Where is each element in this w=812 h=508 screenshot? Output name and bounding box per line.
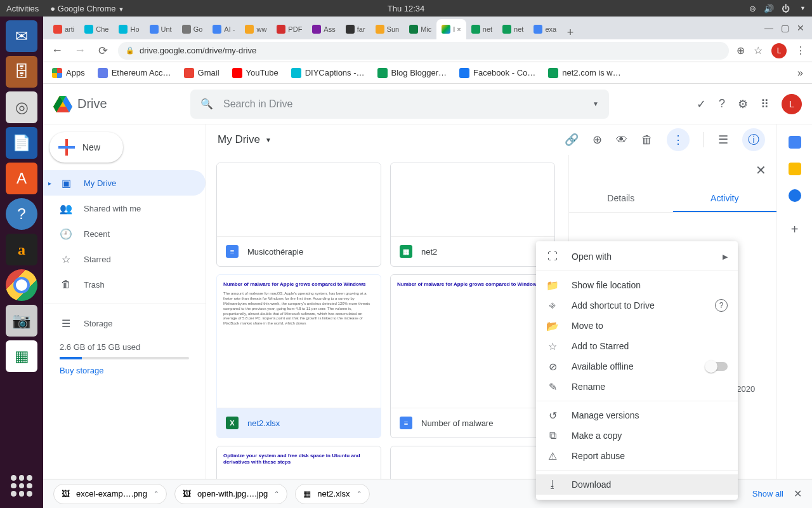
buy-storage-link[interactable]: Buy storage bbox=[60, 366, 189, 375]
activities-button[interactable]: Activities bbox=[6, 4, 39, 13]
context-menu-show-file-location[interactable]: 📁Show file location bbox=[536, 275, 738, 295]
volume-icon[interactable]: 🔊 bbox=[764, 4, 774, 13]
caret-down-icon[interactable]: ▼ bbox=[800, 5, 806, 11]
preview-eye-icon[interactable]: 👁 bbox=[616, 133, 627, 147]
chrome-menu-icon[interactable]: ⋮ bbox=[796, 44, 806, 57]
browser-tab[interactable]: I × bbox=[436, 19, 466, 39]
sidebar-item-storage[interactable]: ☰ Storage bbox=[43, 311, 206, 336]
file-card[interactable]: Number of malware for Apple grows compar… bbox=[216, 274, 381, 438]
google-apps-icon[interactable]: ⠿ bbox=[761, 97, 769, 111]
close-download-shelf-icon[interactable]: ✕ bbox=[794, 488, 802, 500]
drive-logo[interactable]: Drive bbox=[53, 96, 190, 112]
details-tab-details[interactable]: Details bbox=[569, 185, 673, 212]
browser-tab[interactable]: Unt bbox=[145, 19, 177, 39]
sidebar-item-recent[interactable]: 🕘Recent bbox=[43, 221, 206, 246]
share-icon[interactable]: ⊕ bbox=[593, 133, 602, 147]
sidebar-item-starred[interactable]: ☆Starred bbox=[43, 246, 206, 272]
more-actions-button[interactable]: ⋮ bbox=[667, 128, 690, 151]
bookmark-item[interactable]: Facebook - Co… bbox=[459, 68, 535, 78]
offline-toggle[interactable] bbox=[706, 362, 728, 371]
bookmark-item[interactable]: Ethereum Acc… bbox=[98, 68, 171, 78]
context-menu-rename[interactable]: ✎Rename bbox=[536, 377, 738, 397]
browser-tab[interactable]: Go bbox=[177, 19, 208, 39]
browser-tab[interactable]: Ho bbox=[114, 19, 144, 39]
browser-tab[interactable]: Ass bbox=[307, 19, 340, 39]
context-menu-make-a-copy[interactable]: ⧉Make a copy bbox=[536, 425, 738, 446]
browser-tab[interactable]: net bbox=[466, 19, 497, 39]
context-menu-move-to[interactable]: 📂Move to bbox=[536, 316, 738, 336]
bookmark-item[interactable]: YouTube bbox=[232, 68, 278, 78]
show-all-downloads-link[interactable]: Show all bbox=[752, 489, 783, 498]
browser-tab[interactable]: ww bbox=[240, 19, 272, 39]
context-menu-add-shortcut-to-drive[interactable]: ⎆Add shortcut to Drive? bbox=[536, 295, 738, 316]
bookmark-star-icon[interactable]: ☆ bbox=[754, 44, 763, 57]
details-tab-activity[interactable]: Activity bbox=[673, 185, 777, 212]
context-menu-open-with[interactable]: ⛶Open with▶ bbox=[536, 246, 738, 267]
launcher-apps-grid[interactable] bbox=[6, 470, 37, 502]
launcher-chrome[interactable] bbox=[6, 269, 37, 301]
launcher-thunderbird[interactable]: ✉ bbox=[6, 20, 37, 52]
context-menu-available-offline[interactable]: ⊘Available offline bbox=[536, 356, 738, 377]
window-maximize-icon[interactable]: ▢ bbox=[781, 23, 789, 33]
file-card[interactable]: ≡Musicothérapie bbox=[216, 163, 381, 267]
browser-tab[interactable]: Mic bbox=[404, 19, 436, 39]
launcher-amazon[interactable]: a bbox=[6, 234, 37, 265]
add-ons-plus-icon[interactable]: + bbox=[791, 222, 799, 237]
bookmark-item[interactable]: Blog Blogger… bbox=[377, 68, 447, 78]
sidebar-item-my-drive[interactable]: ▸▣My Drive bbox=[43, 170, 206, 196]
bookmarks-overflow-icon[interactable]: » bbox=[797, 67, 803, 79]
file-card[interactable]: ▦net2 bbox=[390, 163, 555, 267]
browser-tab[interactable]: arti bbox=[48, 19, 79, 39]
launcher-calc[interactable]: ▦ bbox=[6, 340, 37, 372]
download-menu-caret-icon[interactable]: ⌃ bbox=[274, 490, 279, 497]
back-button[interactable]: ← bbox=[49, 44, 65, 57]
view-details-icon[interactable]: ⓘ bbox=[742, 128, 765, 151]
browser-tab[interactable]: AI - bbox=[207, 19, 240, 39]
context-menu-manage-versions[interactable]: ↺Manage versions bbox=[536, 405, 738, 425]
support-icon[interactable]: ? bbox=[719, 97, 725, 110]
calendar-icon[interactable] bbox=[789, 136, 801, 149]
download-menu-caret-icon[interactable]: ⌃ bbox=[154, 490, 159, 497]
context-menu-add-to-starred[interactable]: ☆Add to Starred bbox=[536, 336, 738, 356]
profile-avatar[interactable]: L bbox=[771, 43, 787, 58]
app-menu[interactable]: ● Google Chrome▼ bbox=[50, 4, 124, 13]
get-link-icon[interactable]: 🔗 bbox=[565, 133, 579, 147]
sidebar-item-shared-with-me[interactable]: 👥Shared with me bbox=[43, 196, 206, 221]
add-to-icon[interactable]: ⊕ bbox=[737, 44, 745, 57]
download-item[interactable]: 🖼open-with.jpg….jpg⌃ bbox=[174, 484, 287, 504]
download-item[interactable]: 🖼excel-examp….png⌃ bbox=[53, 484, 167, 504]
bookmark-item[interactable]: DIYCaptions -… bbox=[291, 68, 365, 78]
browser-tab[interactable]: Che bbox=[79, 19, 114, 39]
tasks-icon[interactable] bbox=[789, 189, 801, 202]
drive-search-input[interactable]: 🔍 Search in Drive ▼ bbox=[190, 90, 609, 119]
file-card[interactable]: Number of malware for Apple grows compar… bbox=[390, 274, 555, 438]
launcher-help[interactable]: ? bbox=[6, 198, 37, 230]
new-button[interactable]: New bbox=[49, 132, 123, 163]
download-item[interactable]: ▦net2.xlsx⌃ bbox=[295, 484, 369, 504]
window-close-icon[interactable]: ✕ bbox=[797, 23, 804, 33]
launcher-screenshot[interactable]: 📷 bbox=[6, 305, 37, 337]
download-menu-caret-icon[interactable]: ⌃ bbox=[357, 490, 362, 497]
bookmark-item[interactable]: net2.com is w… bbox=[548, 68, 620, 78]
sidebar-item-trash[interactable]: 🗑Trash bbox=[43, 272, 206, 297]
omnibox[interactable]: 🔒 drive.google.com/drive/my-drive bbox=[118, 42, 729, 60]
window-minimize-icon[interactable]: — bbox=[764, 23, 773, 33]
bookmark-item[interactable]: Gmail bbox=[184, 68, 219, 78]
browser-tab[interactable]: far bbox=[341, 19, 370, 39]
keep-icon[interactable] bbox=[789, 163, 801, 175]
ready-offline-icon[interactable]: ✓ bbox=[697, 97, 706, 111]
reload-button[interactable]: ⟳ bbox=[95, 44, 110, 58]
browser-tab[interactable]: exa bbox=[528, 19, 561, 39]
clock[interactable]: Thu 12:34 bbox=[388, 4, 425, 13]
browser-tab[interactable]: PDF bbox=[272, 19, 307, 39]
wifi-icon[interactable]: ⊚ bbox=[749, 4, 756, 13]
trash-icon[interactable]: 🗑 bbox=[641, 133, 653, 147]
context-menu-download[interactable]: ⭳Download bbox=[536, 474, 738, 495]
browser-tab[interactable]: net bbox=[497, 19, 528, 39]
power-icon[interactable]: ⏻ bbox=[782, 4, 790, 13]
launcher-software[interactable]: A bbox=[6, 163, 37, 194]
browser-tab[interactable]: Sun bbox=[370, 19, 405, 39]
list-view-icon[interactable]: ☰ bbox=[718, 133, 728, 147]
expand-chevron-icon[interactable]: ▸ bbox=[48, 180, 51, 187]
context-menu-report-abuse[interactable]: ⚠Report abuse bbox=[536, 446, 738, 466]
